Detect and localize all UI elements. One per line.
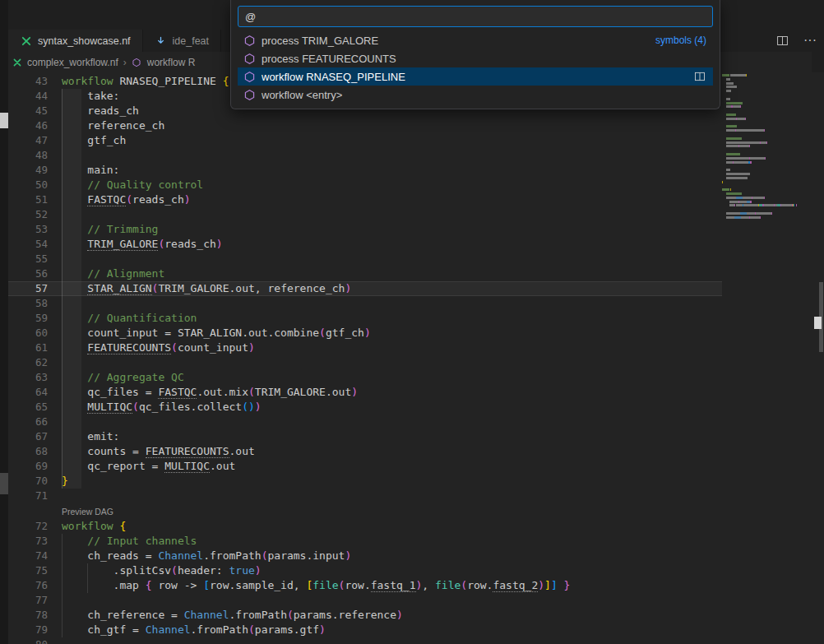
code-line-58[interactable]: 58 xyxy=(8,296,722,311)
code-text: main: xyxy=(48,163,119,178)
nextflow-icon xyxy=(12,57,22,67)
code-text: take: xyxy=(48,89,119,104)
code-line-67[interactable]: 67 emit: xyxy=(8,429,722,444)
quickopen-item-label: process FEATURECOUNTS xyxy=(262,53,708,65)
code-line-55[interactable]: 55 xyxy=(8,252,722,266)
tab-label: ide_feat xyxy=(173,35,209,47)
quickopen-item-label: workflow RNASEQ_PIPELINE xyxy=(262,71,686,83)
line-number: 47 xyxy=(8,133,48,148)
code-line-74[interactable]: 74 ch_reads = Channel.fromPath(params.in… xyxy=(8,549,722,563)
quickopen-item[interactable]: workflow RNASEQ_PIPELINE xyxy=(238,67,713,86)
code-line-60[interactable]: 60 count_input = STAR_ALIGN.out.combine(… xyxy=(8,326,722,341)
line-number: 64 xyxy=(8,385,48,400)
code-line-48[interactable]: 48 xyxy=(8,148,722,163)
code-line-57[interactable]: 57 STAR_ALIGN(TRIM_GALORE.out, reference… xyxy=(8,281,722,296)
line-number: 60 xyxy=(8,326,48,341)
more-actions-button[interactable]: ··· xyxy=(803,33,817,48)
quick-open-input[interactable] xyxy=(238,6,713,27)
left-rail xyxy=(0,0,8,644)
symbol-icon xyxy=(243,88,256,101)
line-number: 78 xyxy=(8,608,48,623)
code-line-62[interactable]: 62 xyxy=(8,355,722,370)
codelens-preview-dag[interactable]: Preview DAG xyxy=(48,504,113,519)
overview-ruler-marker xyxy=(814,317,822,329)
code-line-54[interactable]: 54 TRIM_GALORE(reads_ch) xyxy=(8,237,722,252)
code-line-72[interactable]: 72workflow { xyxy=(8,519,722,534)
line-number: 48 xyxy=(8,148,48,163)
code-text: .splitCsv(header: true) xyxy=(48,563,262,578)
code-text xyxy=(48,415,62,429)
code-line-76[interactable]: 76 .map { row -> [row.sample_id, [file(r… xyxy=(8,578,722,593)
line-number: 77 xyxy=(8,593,48,608)
tab-ide-features[interactable]: ide_feat xyxy=(143,30,221,52)
line-number: 49 xyxy=(8,163,48,178)
line-number: 73 xyxy=(8,534,48,549)
code-text: workflow RNASEQ_PIPELINE { xyxy=(48,74,229,89)
code-line-47[interactable]: 47 gtf_ch xyxy=(8,133,722,148)
tab-syntax-showcase[interactable]: syntax_showcase.nf xyxy=(8,30,143,52)
line-number: 63 xyxy=(8,370,48,385)
code-line-50[interactable]: 50 // Quality control xyxy=(8,178,722,192)
code-text: ch_gtf = Channel.fromPath(params.gtf) xyxy=(48,623,326,637)
code-area[interactable]: 43workflow RNASEQ_PIPELINE {44 take:45 r… xyxy=(8,72,722,644)
quickopen-item[interactable]: process TRIM_GALOREsymbols (4) xyxy=(238,31,713,49)
code-line-73[interactable]: 73 // Input channels xyxy=(8,534,722,549)
line-number: 71 xyxy=(8,489,48,503)
line-number: 61 xyxy=(8,341,48,355)
code-line-78[interactable]: 78 ch_reference = Channel.fromPath(param… xyxy=(8,608,722,623)
minimap[interactable] xyxy=(722,74,808,224)
code-text: ch_reference = Channel.fromPath(params.r… xyxy=(48,608,403,623)
code-line-61[interactable]: 61 FEATURECOUNTS(count_input) xyxy=(8,341,722,355)
code-line-69[interactable]: 69 qc_report = MULTIQC.out xyxy=(8,459,722,474)
code-line-65[interactable]: 65 MULTIQC(qc_files.collect()) xyxy=(8,400,722,415)
line-number: 57 xyxy=(8,281,48,296)
code-line-51[interactable]: 51 FASTQC(reads_ch) xyxy=(8,192,722,207)
line-number: 44 xyxy=(8,89,48,104)
code-text xyxy=(48,252,62,266)
code-text xyxy=(48,207,62,222)
breadcrumb-symbol[interactable]: workflow R xyxy=(147,57,196,68)
quickopen-item[interactable]: process FEATURECOUNTS xyxy=(238,49,713,67)
line-number: 80 xyxy=(8,637,48,644)
code-text: .map { row -> [row.sample_id, [file(row.… xyxy=(48,578,570,593)
breadcrumb-file[interactable]: complex_workflow.nf xyxy=(27,57,118,68)
code-line-59[interactable]: 59 // Quantification xyxy=(8,311,722,326)
code-line-63[interactable]: 63 // Aggregate QC xyxy=(8,370,722,385)
split-editor-button[interactable] xyxy=(775,33,789,48)
code-line-75[interactable]: 75 .splitCsv(header: true) xyxy=(8,563,722,578)
code-line-64[interactable]: 64 qc_files = FASTQC.out.mix(TRIM_GALORE… xyxy=(8,385,722,400)
line-number: 66 xyxy=(8,415,48,429)
line-number: 54 xyxy=(8,237,48,252)
code-line-77[interactable]: 77 xyxy=(8,593,722,608)
symbol-icon xyxy=(132,57,142,67)
code-text: gtf_ch xyxy=(48,133,126,148)
code-text: workflow { xyxy=(48,519,126,534)
open-to-side-icon[interactable] xyxy=(692,71,708,82)
code-text: ch_reads = Channel.fromPath(params.input… xyxy=(48,549,351,563)
code-line-80[interactable]: 80 xyxy=(8,637,722,644)
code-line-70[interactable]: 70} xyxy=(8,474,722,489)
code-line-53[interactable]: 53 // Trimming xyxy=(8,222,722,237)
line-number: 72 xyxy=(8,519,48,534)
code-line-49[interactable]: 49 main: xyxy=(8,163,722,178)
code-line-71[interactable]: 71 xyxy=(8,489,722,503)
editor[interactable]: 43workflow RNASEQ_PIPELINE {44 take:45 r… xyxy=(8,72,824,644)
line-number: 76 xyxy=(8,578,48,593)
symbol-icon xyxy=(243,52,256,65)
code-line-52[interactable]: 52 xyxy=(8,207,722,222)
nextflow-icon xyxy=(20,35,32,47)
active-scope-highlight xyxy=(62,89,81,489)
scrollbar[interactable] xyxy=(812,72,824,644)
indent-guide xyxy=(87,563,88,593)
code-line-68[interactable]: 68 counts = FEATURECOUNTS.out xyxy=(8,444,722,459)
code-line-66[interactable]: 66 xyxy=(8,415,722,429)
line-number: 62 xyxy=(8,355,48,370)
line-number: 56 xyxy=(8,266,48,281)
line-number: 52 xyxy=(8,207,48,222)
code-line-79[interactable]: 79 ch_gtf = Channel.fromPath(params.gtf) xyxy=(8,623,722,637)
quick-open-list: process TRIM_GALOREsymbols (4)process FE… xyxy=(238,31,713,104)
code-line-46[interactable]: 46 reference_ch xyxy=(8,118,722,133)
quickopen-item[interactable]: workflow <entry> xyxy=(238,86,713,104)
code-text: STAR_ALIGN(TRIM_GALORE.out, reference_ch… xyxy=(48,281,351,296)
code-line-56[interactable]: 56 // Alignment xyxy=(8,266,722,281)
